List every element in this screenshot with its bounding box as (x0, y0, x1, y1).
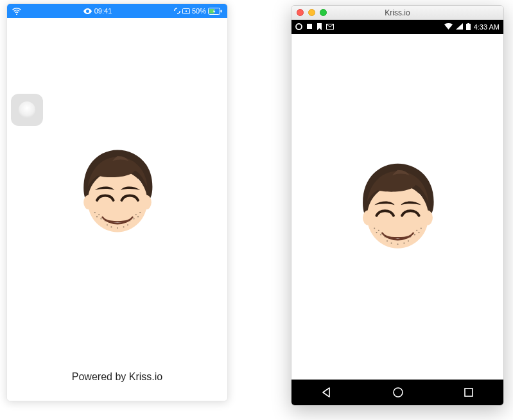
eye-icon (83, 8, 92, 14)
svg-point-12 (98, 214, 100, 215)
svg-rect-26 (466, 24, 471, 30)
svg-point-45 (407, 240, 408, 241)
svg-point-6 (83, 195, 94, 209)
window-title: Kriss.io (291, 8, 503, 17)
svg-point-13 (137, 216, 138, 217)
mac-titlebar[interactable]: Kriss.io (291, 6, 503, 20)
svg-point-7 (141, 195, 151, 209)
nav-back-button[interactable] (320, 386, 333, 399)
splash-logo-avatar (345, 154, 451, 260)
svg-point-37 (413, 234, 415, 235)
svg-point-41 (390, 242, 392, 243)
mail-icon (326, 23, 334, 31)
bookmark-icon (317, 23, 322, 31)
svg-point-1 (186, 10, 187, 12)
battery-icon (208, 8, 222, 15)
ios-splash-body: Powered by Kriss.io (7, 18, 227, 401)
svg-rect-4 (221, 10, 222, 12)
svg-point-18 (110, 226, 112, 227)
svg-point-21 (106, 224, 107, 225)
android-nav-bar (291, 380, 503, 405)
signal-icon (456, 23, 463, 31)
android-status-time: 4:33 AM (474, 23, 500, 31)
android-splash-body (291, 34, 503, 380)
assistive-touch-button[interactable] (11, 94, 43, 126)
svg-rect-24 (307, 24, 312, 29)
svg-point-46 (394, 388, 403, 397)
svg-point-39 (420, 227, 421, 229)
splash-logo-avatar (66, 141, 169, 243)
powered-by-label: Powered by Kriss.io (7, 366, 227, 401)
svg-point-11 (94, 212, 95, 213)
wifi-icon (12, 8, 21, 15)
svg-point-17 (135, 214, 136, 215)
svg-point-22 (126, 224, 128, 225)
svg-point-29 (363, 210, 374, 225)
ios-status-time: 09:41 (94, 7, 112, 15)
svg-rect-47 (465, 389, 473, 396)
ios-status-bar: 09:41 50% (7, 4, 227, 18)
circle-icon (295, 23, 302, 31)
svg-point-43 (403, 242, 404, 243)
mac-window: Kriss.io (291, 5, 504, 406)
android-status-bar: 4:33 AM (291, 20, 503, 34)
svg-point-31 (376, 232, 377, 233)
battery-icon (466, 23, 471, 31)
ios-battery-percent: 50% (192, 7, 206, 15)
svg-point-8 (96, 216, 97, 217)
svg-point-14 (133, 218, 134, 220)
svg-point-34 (374, 227, 375, 229)
svg-point-40 (416, 229, 417, 231)
svg-rect-27 (467, 23, 469, 24)
svg-point-20 (123, 226, 124, 227)
screen-cast-icon (182, 8, 190, 14)
svg-point-35 (378, 229, 379, 231)
android-device-frame: 4:33 AM (291, 20, 503, 405)
svg-point-44 (386, 240, 387, 241)
sync-icon (174, 8, 180, 14)
square-icon (306, 23, 313, 31)
wifi-icon (444, 23, 453, 31)
svg-point-19 (116, 227, 117, 229)
svg-point-23 (296, 24, 302, 30)
svg-point-42 (397, 243, 398, 245)
svg-point-30 (422, 210, 433, 225)
svg-point-16 (139, 212, 141, 213)
svg-point-32 (380, 234, 381, 235)
svg-point-36 (418, 232, 419, 233)
nav-recent-button[interactable] (463, 387, 474, 398)
nav-home-button[interactable] (392, 386, 404, 399)
svg-point-9 (100, 218, 101, 220)
ios-device-frame: 09:41 50% (6, 3, 228, 401)
